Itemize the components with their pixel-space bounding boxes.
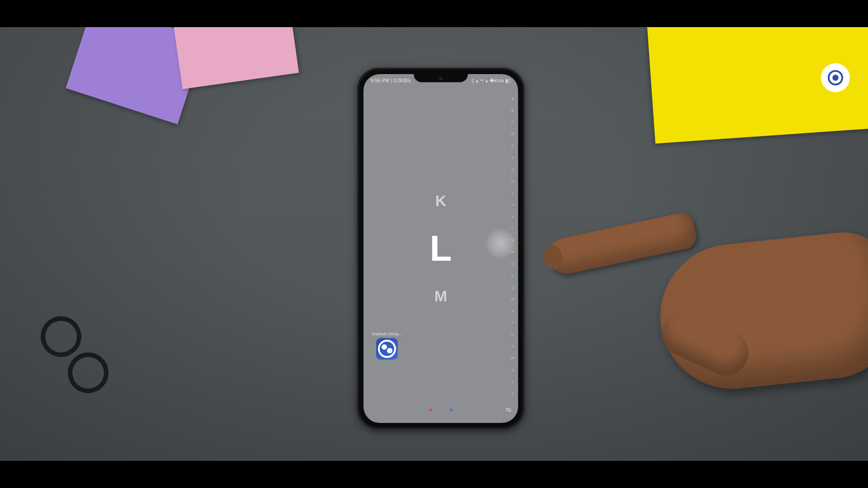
page-dot-2[interactable] [450, 408, 453, 411]
sim-icon: ▯ [472, 78, 474, 83]
earbuds-delay-icon[interactable] [376, 338, 398, 360]
volte-icon: ᵛᵒ [480, 78, 484, 83]
prop-earbuds [14, 303, 122, 411]
alpha-next-letter: M [434, 287, 447, 305]
app-label: Earbuds Delay... [372, 332, 402, 336]
page-dot-1[interactable] [429, 408, 432, 411]
battery-icon: ▮▯ [505, 78, 511, 83]
alpha-index-letter[interactable]: H [509, 179, 516, 183]
phone-screen[interactable]: 6:56 PM | 0.0KB/s ▯ ▴ ᵛᵒ ▴ �ićına ▮▯ K L… [363, 74, 518, 423]
app-item[interactable]: Earbuds Delay... [373, 332, 401, 360]
channel-logo [821, 63, 850, 92]
signal-icon-2: ▴ [486, 78, 488, 83]
alpha-index-letter[interactable]: E [509, 144, 516, 148]
alpha-index-letter[interactable]: B [509, 108, 516, 113]
alpha-index-letter[interactable]: F [509, 156, 516, 160]
alpha-index-letter[interactable]: C [509, 120, 516, 124]
phone-frame: 6:56 PM | 0.0KB/s ▯ ▴ ᵛᵒ ▴ �ićına ▮▯ K L… [357, 68, 524, 429]
phone-notch [414, 74, 468, 82]
status-netspeed: 0.0KB/s [393, 78, 411, 83]
svg-point-0 [379, 341, 395, 357]
hand [506, 190, 868, 416]
status-right: ▯ ▴ ᵛᵒ ▴ �ićına ▮▯ [472, 78, 511, 83]
letterbox-top [0, 0, 868, 27]
letterbox-bottom [0, 461, 868, 488]
prop-paper-pink [171, 27, 299, 89]
alpha-index-letter[interactable]: G [509, 168, 516, 172]
desk-scene: 6:56 PM | 0.0KB/s ▯ ▴ ᵛᵒ ▴ �ićına ▮▯ K L… [0, 27, 868, 461]
status-time: 6:56 PM [371, 78, 389, 83]
svg-point-2 [388, 349, 392, 352]
alpha-index-letter[interactable]: A [509, 97, 516, 101]
svg-point-1 [382, 345, 386, 349]
alpha-current-letter: L [430, 228, 452, 269]
wifi-icon: �ićına [490, 78, 504, 83]
page-indicator[interactable] [363, 408, 518, 411]
svg-point-4 [833, 75, 838, 80]
alpha-index-letter[interactable]: D [509, 132, 516, 136]
status-left: 6:56 PM | 0.0KB/s [371, 78, 410, 83]
alpha-prev-letter: K [435, 192, 447, 210]
hand-index-finger [545, 211, 698, 277]
signal-icon: ▴ [476, 78, 478, 83]
